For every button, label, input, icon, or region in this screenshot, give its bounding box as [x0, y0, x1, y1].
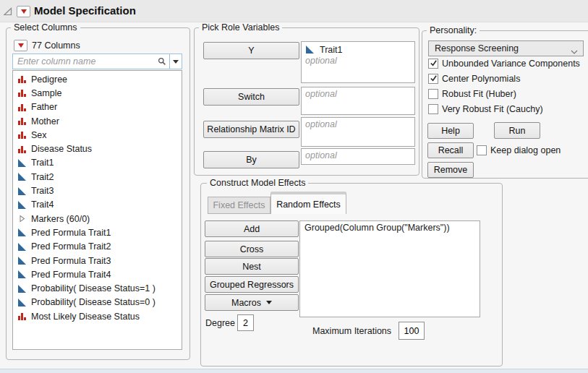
switch-role-button[interactable]: Switch	[203, 88, 299, 106]
column-item[interactable]: Father	[13, 100, 182, 114]
pick-role-variables-panel: Pick Role Variables Y Trait1 optional Sw…	[194, 27, 419, 176]
columns-count: 77 Columns	[32, 40, 80, 51]
switch-optional-hint: optional	[305, 89, 411, 99]
nominal-icon	[17, 312, 27, 321]
checkbox-checked-icon[interactable]	[428, 74, 438, 84]
column-filter-input[interactable]	[13, 54, 159, 69]
checkbox-checked-icon[interactable]	[428, 59, 438, 69]
nominal-icon	[17, 88, 27, 98]
run-button[interactable]: Run	[494, 122, 540, 139]
column-item[interactable]: Most Likely Disease Status	[13, 309, 182, 323]
y-role-item[interactable]: Trait1	[305, 43, 411, 56]
continuous-icon	[17, 242, 27, 252]
help-button[interactable]: Help	[427, 123, 474, 139]
outline-title-bar: Model Specification	[0, 0, 588, 22]
nominal-icon	[17, 130, 27, 140]
chevron-down-icon	[571, 47, 578, 57]
column-filter	[12, 53, 182, 69]
construct-model-effects-panel: Construct Model Effects Fixed Effects Ra…	[200, 183, 503, 366]
select-columns-label: Select Columns	[11, 22, 80, 33]
by-role-button[interactable]: By	[203, 151, 299, 168]
model-effect-item[interactable]: Grouped(Column Group("Markers"))	[304, 223, 475, 233]
column-list: Pedigree Sample Father Mother Sex Diseas…	[12, 70, 182, 350]
model-specification-dialog: Model Specification Select Columns 77 Co…	[0, 0, 588, 373]
remove-button[interactable]: Remove	[427, 162, 474, 178]
y-optional-hint: optional	[305, 56, 411, 66]
continuous-icon	[17, 256, 27, 265]
continuous-icon	[17, 270, 27, 279]
column-item[interactable]: Pedigree	[13, 72, 182, 86]
pick-role-variables-label: Pick Role Variables	[199, 22, 282, 33]
checkbox-keep-dialog-open[interactable]: Keep dialog open	[477, 145, 561, 155]
y-role-button[interactable]: Y	[203, 42, 299, 59]
tab-random-effects[interactable]: Random Effects	[270, 192, 346, 214]
continuous-icon	[17, 172, 27, 181]
maximum-iterations-label: Maximum Iterations	[312, 326, 391, 336]
macros-button[interactable]: Macros	[205, 294, 299, 311]
checkbox-unchecked-icon[interactable]	[477, 145, 487, 155]
page-title: Model Specification	[34, 4, 136, 17]
switch-role-box[interactable]: optional	[301, 87, 415, 115]
filter-dropdown-icon[interactable]	[173, 60, 179, 64]
outline-menu-icon[interactable]	[17, 6, 30, 17]
column-group-markers[interactable]: Markers (60/0)	[13, 212, 182, 226]
column-item[interactable]: Trait1	[13, 156, 182, 170]
disclosure-right-icon[interactable]	[17, 214, 27, 223]
degree-input[interactable]	[237, 314, 254, 331]
column-item[interactable]: Sex	[13, 128, 182, 142]
column-item[interactable]: Trait3	[13, 184, 182, 197]
cross-button[interactable]: Cross	[205, 241, 299, 257]
checkbox-unchecked-icon[interactable]	[428, 104, 438, 114]
nominal-icon	[17, 145, 27, 154]
column-item[interactable]: Disease Status	[13, 142, 182, 155]
model-effects-list[interactable]: Grouped(Column Group("Markers"))	[299, 220, 480, 317]
relationship-matrix-id-optional-hint: optional	[305, 119, 411, 129]
column-item[interactable]: Sample	[13, 86, 182, 100]
columns-count-row: 77 Columns	[14, 40, 80, 51]
nest-button[interactable]: Nest	[205, 258, 299, 275]
window-bottom-edge	[0, 369, 588, 373]
by-optional-hint: optional	[305, 150, 411, 160]
continuous-icon	[17, 228, 27, 237]
nominal-icon	[17, 116, 27, 126]
construct-model-effects-label: Construct Model Effects	[207, 178, 308, 188]
filter-divider	[169, 54, 170, 69]
grouped-regressors-button[interactable]: Grouped Regressors	[205, 276, 299, 293]
column-item[interactable]: Trait2	[13, 170, 182, 184]
relationship-matrix-id-role-box[interactable]: optional	[301, 117, 415, 147]
checkbox-center-polynomials[interactable]: Center Polynomials	[428, 73, 520, 84]
y-role-box[interactable]: Trait1 optional	[301, 41, 415, 83]
personality-panel: Personality: Response Screening Unbounde…	[422, 30, 588, 179]
nominal-icon	[17, 103, 27, 112]
column-item[interactable]: Mother	[13, 114, 182, 128]
nominal-icon	[17, 74, 27, 84]
personality-select[interactable]: Response Screening	[428, 40, 584, 56]
column-item[interactable]: Pred Formula Trait2	[13, 240, 182, 254]
tab-fixed-effects[interactable]: Fixed Effects	[208, 197, 270, 214]
column-item[interactable]: Probability( Disease Status=0 )	[13, 296, 182, 309]
continuous-icon	[305, 45, 315, 54]
select-columns-panel: Select Columns 77 Columns Pedigree Sampl…	[6, 27, 190, 360]
outline-disclosure-icon[interactable]	[4, 7, 12, 18]
continuous-icon	[17, 200, 27, 210]
continuous-icon	[17, 284, 27, 293]
recall-button[interactable]: Recall	[427, 142, 474, 158]
column-item[interactable]: Trait4	[13, 198, 182, 212]
relationship-matrix-id-role-button[interactable]: Relationship Matrix ID	[203, 121, 299, 138]
columns-menu-icon[interactable]	[14, 40, 27, 51]
checkbox-robust-fit-huber[interactable]: Robust Fit (Huber)	[428, 88, 516, 99]
add-button[interactable]: Add	[205, 220, 299, 237]
degree-label: Degree	[205, 318, 235, 328]
column-item[interactable]: Pred Formula Trait1	[13, 226, 182, 239]
checkbox-unbounded-variance-components[interactable]: Unbounded Variance Components	[428, 58, 580, 69]
column-item[interactable]: Probability( Disease Status=1 )	[13, 281, 182, 295]
column-item[interactable]: Pred Formula Trait4	[13, 267, 182, 281]
continuous-icon	[17, 158, 27, 168]
by-role-box[interactable]: optional	[301, 148, 415, 165]
checkbox-unchecked-icon[interactable]	[428, 89, 438, 99]
continuous-icon	[17, 186, 27, 196]
personality-label: Personality:	[427, 25, 480, 35]
column-item[interactable]: Pred Formula Trait3	[13, 254, 182, 267]
maximum-iterations-input[interactable]	[399, 322, 425, 340]
checkbox-very-robust-fit-cauchy[interactable]: Very Robust Fit (Cauchy)	[428, 103, 543, 114]
